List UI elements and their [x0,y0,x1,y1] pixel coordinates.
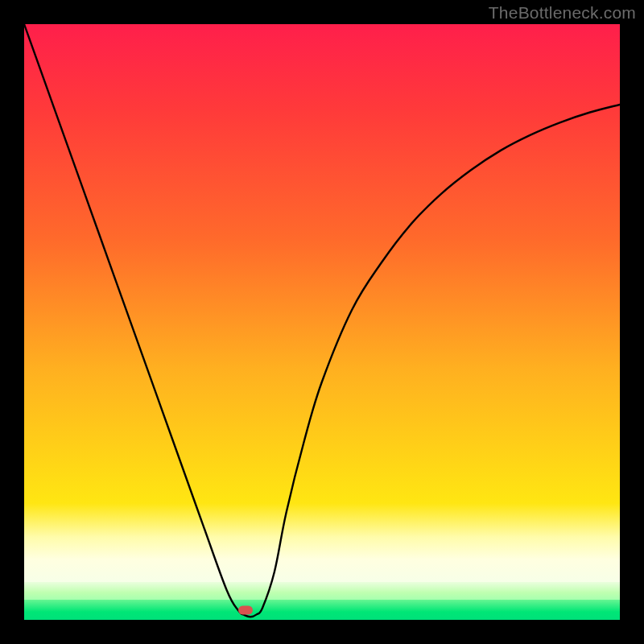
plot-area [24,24,620,620]
chart-frame: TheBottleneck.com [0,0,644,644]
optimum-marker [238,606,253,615]
bottleneck-curve [24,24,620,617]
watermark-label: TheBottleneck.com [489,3,636,23]
curve-svg [24,24,620,620]
